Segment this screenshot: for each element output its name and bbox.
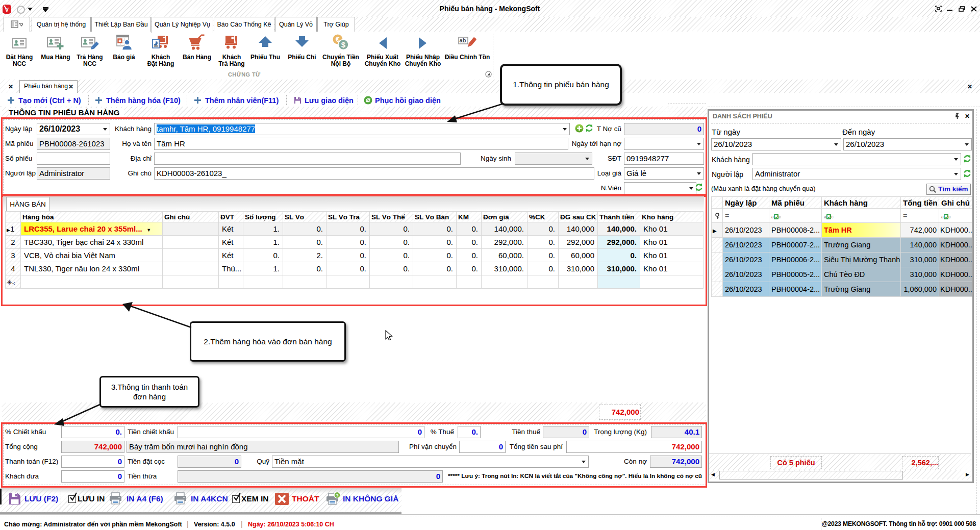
- svg-text:$: $: [341, 40, 346, 49]
- svg-text:?: ?: [336, 493, 339, 498]
- svg-text:V: V: [5, 7, 9, 13]
- svg-text:ab: ab: [460, 37, 466, 43]
